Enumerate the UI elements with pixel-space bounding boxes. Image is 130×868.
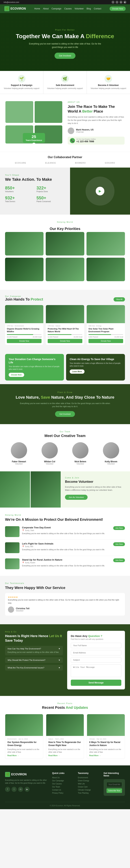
donation-card-button-1[interactable]: Learn More xyxy=(70,370,85,374)
faq-question-0: How Can You Help The Environment? ▼ xyxy=(8,648,60,650)
footer-taxonomy-title: Taxonomy xyxy=(78,772,99,774)
nav-volunteer[interactable]: Volunteer xyxy=(75,7,84,10)
footer-link-5[interactable]: Privacy Policy xyxy=(52,792,74,794)
mission-item-desc-0: Everything you've ever wanted is sitting… xyxy=(22,532,111,535)
donation-card-title-1: Clean Air Energy To Save Our Village xyxy=(70,358,121,361)
footer-link-4[interactable]: Contact Us xyxy=(52,789,74,791)
stats-section: You'll Shape We Take Action. To Make 850… xyxy=(0,167,130,215)
faq-item-0[interactable]: How Can You Help The Environment? ▼ Ever… xyxy=(5,646,63,655)
faq-item-2[interactable]: What Are The Key Environmental Issues? ▼ xyxy=(5,665,63,671)
nav-causes[interactable]: Causes xyxy=(64,7,72,10)
blog-read-more-2[interactable]: Read More → xyxy=(89,754,123,756)
footer-tax-0[interactable]: Environment xyxy=(78,777,99,779)
contact-name-input[interactable] xyxy=(71,643,121,648)
contact-email-input[interactable] xyxy=(71,650,121,655)
feature-title-2: Become A Volunteer xyxy=(98,84,119,87)
faq-item-1[interactable]: Why Should We Protect The Environment? ▼ xyxy=(5,657,63,663)
contact-subject-input[interactable] xyxy=(71,657,121,663)
stats-title: We Take Action. To Make xyxy=(5,177,65,182)
team-grid: Faker Stewart Volunteer Wildan Col Volun… xyxy=(5,442,125,465)
nav-contact[interactable]: Contact xyxy=(94,7,101,10)
mission-item-content-0: Corporate Tree Day Event 📍 Sunly, Utah E… xyxy=(22,526,111,535)
volunteer-content: Come & Join Become Volunteer Everything … xyxy=(61,471,130,507)
footer-link-2[interactable]: Our Causes xyxy=(52,783,74,785)
stats-label: You'll Shape xyxy=(5,174,65,176)
mission-button-2[interactable]: Join Now xyxy=(113,558,125,562)
campaign-progress-1 xyxy=(48,334,82,335)
mission-item-meta-1: 📍 Sunly, MN xyxy=(22,546,111,548)
stat-item-0: 850+ Volunteers xyxy=(5,185,34,192)
blog-read-more-0[interactable]: Read More → xyxy=(7,754,41,756)
footer-newsletter-col-title: Get Interesting News xyxy=(104,772,125,777)
hero-cta-button[interactable]: Get Involved xyxy=(54,53,75,59)
nav-campaign[interactable]: Campaign xyxy=(51,7,61,10)
logo-icon: 🌿 xyxy=(4,6,9,11)
campaign-donate-button-2[interactable]: Donate Now xyxy=(88,339,123,343)
stat-num-2: 932+ xyxy=(5,195,34,200)
footer-link-0[interactable]: About Us xyxy=(52,777,74,779)
linkedin-icon[interactable]: in xyxy=(120,1,122,4)
footer-newsletter-button[interactable]: Subscribe Now xyxy=(106,788,122,793)
footer-newsletter-input[interactable] xyxy=(106,782,122,787)
priority-card-0 xyxy=(5,232,44,255)
stat-item-1: 322+ Projects Done xyxy=(37,185,65,192)
priority-card-5 xyxy=(86,258,125,281)
campaign-donate-button-0[interactable]: Donate Now xyxy=(7,339,42,343)
footer-logo-text: ECOVIRON xyxy=(11,773,27,776)
play-button[interactable]: ▶ xyxy=(96,187,104,195)
feature-desc-0: Volunteer helping people community suppo… xyxy=(4,87,39,90)
footer-tax-5[interactable]: Tree Planting xyxy=(78,792,99,794)
nav-donate-button[interactable]: Donate Now xyxy=(110,6,126,11)
footer-tax-4[interactable]: Climate Change xyxy=(78,789,99,791)
mission-image-0 xyxy=(5,526,19,537)
facebook-icon[interactable]: f xyxy=(112,1,115,4)
top-bar-email: info@ecoviron.com xyxy=(4,1,19,3)
footer-youtube-icon[interactable]: ▶ xyxy=(25,787,30,792)
contact-message-textarea[interactable] xyxy=(71,664,121,677)
testimonial-author: Christina Tell Volunteer xyxy=(8,607,122,613)
nav-home[interactable]: Home xyxy=(34,7,40,10)
nav-blog[interactable]: Blog xyxy=(86,7,91,10)
footer-link-3[interactable]: Our Team xyxy=(52,786,74,788)
mission-item-content-2: Stand Up for Rural Justice In Nature 📍 S… xyxy=(22,558,111,567)
partner-logo-0: ECOCARE xyxy=(15,162,26,164)
blog-read-more-1[interactable]: Read More → xyxy=(48,754,82,756)
campaign-progress-bar-0 xyxy=(7,334,33,335)
campaign-section: Our Campaign Join Hands To Protect View … xyxy=(0,290,130,350)
footer-twitter-icon[interactable]: t xyxy=(11,787,16,792)
footer-link-1[interactable]: Our Campaign xyxy=(52,780,74,782)
mission-item-title-1: Let's Fight for Save Animals xyxy=(22,542,111,545)
nav-about[interactable]: About xyxy=(43,7,49,10)
nature-section: Plant & Grow Love Nature, Save Nature, A… xyxy=(0,384,130,424)
footer-tax-3[interactable]: Ocean Care xyxy=(78,786,99,788)
campaign-view-all-button[interactable]: View All xyxy=(114,297,125,302)
blog-card-image-2 xyxy=(87,714,125,736)
footer-tax-1[interactable]: Green Energy xyxy=(78,780,99,782)
campaign-meta-row-2: 9,800 Raised 15,000 Goal xyxy=(88,336,123,338)
youtube-icon[interactable]: ▶ xyxy=(124,1,126,4)
team-avatar-0 xyxy=(11,442,27,459)
mission-button-1[interactable]: Join Now xyxy=(113,542,125,546)
stat-label-1: Projects Done xyxy=(37,190,65,192)
testimonial-avatar xyxy=(8,607,14,613)
about-label: About Us xyxy=(68,101,125,103)
footer-leaf-icon: 🌿 xyxy=(6,773,9,776)
twitter-icon[interactable]: t xyxy=(116,1,119,4)
faq-toggle-icon-1: ▼ xyxy=(58,659,60,661)
campaign-donate-button-1[interactable]: Donate Now xyxy=(48,339,82,343)
donation-card-button-0[interactable]: Donate Now xyxy=(9,373,24,377)
nature-cta-button[interactable]: Get Involved xyxy=(55,411,75,417)
blog-card-image-0 xyxy=(5,714,43,736)
volunteer-join-button[interactable]: Join As Volunteer xyxy=(65,495,88,500)
author-name: Mark Heaven, US xyxy=(76,128,93,131)
footer-tax-2[interactable]: Wild Life xyxy=(78,783,99,785)
mission-item-title-2: Stand Up for Rural Justice In Nature xyxy=(22,558,111,561)
campaign-progress-bar-1 xyxy=(48,334,72,335)
blog-card-meta-0: Environment · Jan 12, 2024 xyxy=(7,738,41,740)
contact-submit-button[interactable]: Send Message xyxy=(71,680,121,686)
feature-title-1: Safe Environment xyxy=(56,84,74,87)
logo[interactable]: 🌿 ECOVIRON xyxy=(4,6,26,11)
footer-facebook-icon[interactable]: f xyxy=(5,787,10,792)
footer-linkedin-icon[interactable]: in xyxy=(18,787,23,792)
mission-button-0[interactable]: Join Now xyxy=(113,526,125,530)
